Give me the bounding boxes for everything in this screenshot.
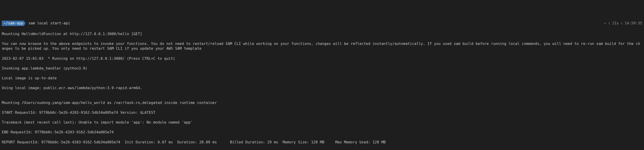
output-line: REPORT RequestId: 9770bb0c-5e26-4203-916…: [2, 140, 642, 145]
status-check-icon: ✓: [604, 21, 606, 26]
prompt-status: ✓ ❮ 21s ❮ 14:59:35: [604, 21, 642, 26]
command-input[interactable]: sam local start-api: [28, 21, 70, 26]
output-line: You can now browse to the above endpoint…: [2, 41, 642, 51]
prompt-left: ~/sam-app sam local start-api: [2, 21, 70, 26]
output-line: Invoking app.lambda_handler (python3.9): [2, 66, 642, 71]
output-line: Local image is up-to-date: [2, 76, 642, 81]
prompt-path: ~/sam-app: [4, 21, 24, 25]
output-line: Using local image: public.ecr.aws/lambda…: [2, 85, 642, 90]
output-line: END RequestId: 9770bb0c-5e26-4203-9162-5…: [2, 130, 642, 135]
output-line: Mounting HelloWorldFunction at http://12…: [2, 32, 642, 37]
command-time: 14:59:35: [625, 21, 642, 26]
angle-left-icon: ❮: [620, 21, 623, 26]
output-line: Traceback (most recent call last): Unabl…: [2, 120, 642, 125]
prompt-path-badge: ~/sam-app: [2, 21, 26, 26]
command-duration: 21s: [612, 21, 619, 26]
output-line: Mounting /Users/xudong.yang/sam-app/hell…: [2, 100, 642, 105]
output-line: 2023-02-07 15:01:03 * Running on http://…: [2, 56, 642, 61]
angle-left-icon: ❮: [608, 21, 610, 26]
output-line: START RequestId: 9770bb0c-5e26-4203-9162…: [2, 110, 642, 115]
prompt-line: ~/sam-app sam local start-api ✓ ❮ 21s ❮ …: [2, 21, 642, 26]
